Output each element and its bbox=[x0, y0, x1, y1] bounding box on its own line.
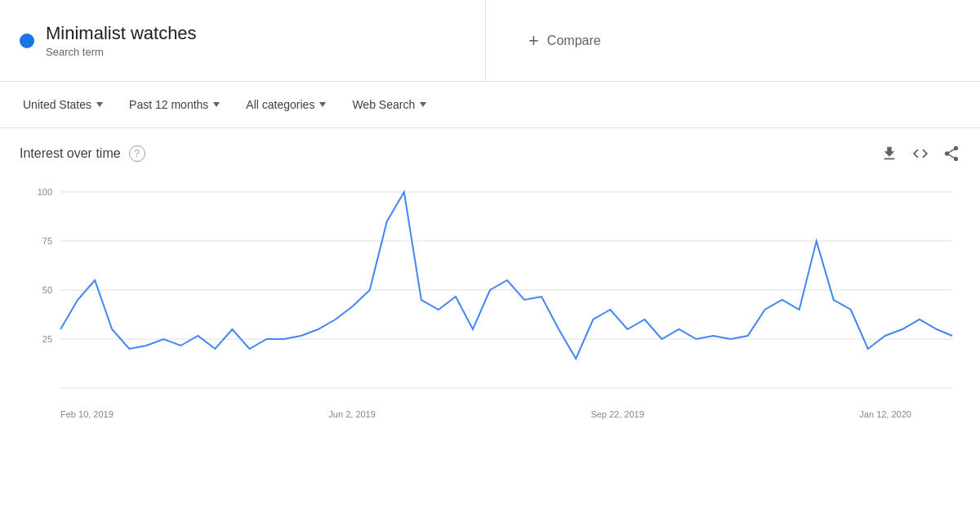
search-term-block: Minimalist watches Search term bbox=[0, 0, 486, 81]
category-chevron-icon bbox=[319, 102, 326, 107]
search-type-label: Web Search bbox=[352, 98, 415, 111]
share-icon[interactable] bbox=[942, 145, 960, 163]
region-label: United States bbox=[23, 98, 91, 111]
header-section: Minimalist watches Search term + Compare bbox=[0, 0, 980, 82]
compare-block: + Compare bbox=[486, 0, 980, 81]
compare-button[interactable]: + Compare bbox=[519, 24, 611, 58]
chart-actions bbox=[880, 145, 960, 163]
chart-wrapper: 100 75 50 25 Feb 10, 2019 Jun 2, 2019 Se… bbox=[20, 176, 960, 419]
compare-label: Compare bbox=[547, 33, 601, 48]
period-label: Past 12 months bbox=[129, 98, 208, 111]
filter-bar: United States Past 12 months All categor… bbox=[0, 82, 980, 128]
search-term-dot bbox=[20, 33, 34, 48]
period-chevron-icon bbox=[213, 102, 220, 107]
embed-icon[interactable] bbox=[911, 145, 929, 163]
search-term-title: Minimalist watches bbox=[46, 23, 197, 44]
chart-section: Interest over time ? 100 bbox=[0, 128, 980, 435]
search-type-chevron-icon bbox=[420, 102, 426, 107]
category-filter[interactable]: All categories bbox=[236, 92, 336, 118]
chart-header: Interest over time ? bbox=[20, 145, 960, 163]
search-type-filter[interactable]: Web Search bbox=[342, 92, 436, 118]
x-label-2: Jun 2, 2019 bbox=[328, 409, 376, 419]
chart-title: Interest over time bbox=[20, 146, 121, 161]
chart-title-row: Interest over time ? bbox=[20, 145, 145, 162]
region-chevron-icon bbox=[96, 102, 103, 107]
trend-line bbox=[60, 192, 952, 359]
search-term-label: Search term bbox=[46, 46, 197, 58]
trend-chart: 100 75 50 25 bbox=[20, 176, 960, 404]
svg-text:50: 50 bbox=[42, 285, 52, 295]
x-label-4: Jan 12, 2020 bbox=[859, 409, 911, 419]
region-filter[interactable]: United States bbox=[13, 92, 113, 118]
term-info: Minimalist watches Search term bbox=[46, 23, 197, 58]
x-label-3: Sep 22, 2019 bbox=[590, 409, 644, 419]
x-axis-labels: Feb 10, 2019 Jun 2, 2019 Sep 22, 2019 Ja… bbox=[20, 404, 960, 419]
svg-text:100: 100 bbox=[38, 187, 52, 197]
svg-text:25: 25 bbox=[42, 334, 52, 344]
period-filter[interactable]: Past 12 months bbox=[119, 92, 229, 118]
x-label-1: Feb 10, 2019 bbox=[60, 409, 114, 419]
svg-text:75: 75 bbox=[42, 236, 52, 246]
category-label: All categories bbox=[246, 98, 314, 111]
plus-icon: + bbox=[528, 30, 539, 51]
help-icon[interactable]: ? bbox=[129, 145, 145, 162]
download-icon[interactable] bbox=[880, 145, 898, 163]
